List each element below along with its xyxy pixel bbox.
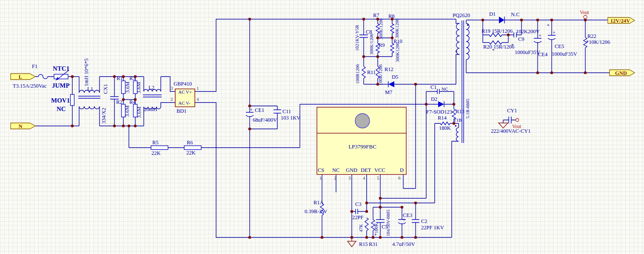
resistor-r20[interactable]: R20 15R/1206 [483, 41, 514, 50]
port-output-label: 12V/24V [610, 18, 630, 24]
asterisk-mark-3: * [547, 23, 550, 28]
bd1-pin4-number: 4 [197, 97, 199, 102]
cap-ce1[interactable]: + CE1 68uF/400V [246, 107, 277, 123]
resistor-r11[interactable]: R11 100R1206 [355, 64, 376, 84]
port-flag-output[interactable]: 12V/24V [608, 17, 635, 24]
r14-value-label: 180K [439, 125, 451, 131]
t1b-winding-label: T1B [453, 117, 462, 123]
resistor-r12[interactable]: R12 100R/1206 [376, 64, 393, 85]
bd1-pin-acplus-label: AC V+ [178, 89, 192, 94]
bd1-pin2-number: 2 [171, 97, 173, 102]
r11-ref-label: R11 [367, 69, 376, 75]
d2-ref-label: D2 [431, 96, 437, 102]
bd1-pin1-number: 1 [197, 86, 199, 91]
r3-value-label: 3.6M [136, 82, 142, 94]
r7-ref-label: R7 [373, 12, 379, 18]
ic-pin5-number: 5 [377, 175, 379, 180]
ic-pin3-number: 3 [348, 175, 351, 180]
transformer-part-label: PQ2620 [453, 12, 470, 18]
ce5-value-label: 1000uF35V [552, 51, 577, 57]
ntc1-value-label: JUMP [52, 82, 70, 89]
ntc1-ref-label: NTC1 [53, 65, 69, 72]
resistor-r14[interactable]: R14 180K [438, 115, 451, 131]
ic-pin6-number: 6 [398, 175, 401, 180]
resistor-r22[interactable]: R22 *10K/1206 [584, 33, 610, 48]
r5-ref-label: R5 [152, 140, 159, 146]
resistor-r5[interactable]: R5 22K [151, 140, 168, 156]
ce3-plus-sign: + [402, 217, 405, 223]
l2-ref-label: L2 [148, 85, 154, 91]
r12-value-label: 100R/1206 [378, 64, 383, 85]
diode-d1[interactable]: D1 N.C [489, 11, 520, 23]
controller-ic-lp3799[interactable]: LP3799FBC CS NC GND DET VCC D 1 2 3 4 5 … [317, 107, 406, 180]
bd1-pin-acminus-label: AC V- [178, 100, 191, 106]
cap-c1[interactable]: C1 NC [430, 84, 448, 94]
r13-value-label: 5.1R-0805 [465, 98, 470, 118]
r6-value-label: 22K [186, 150, 196, 156]
resistor-r8[interactable]: R8 300K1206 [388, 13, 399, 38]
choke-l2[interactable]: L2 20mH [143, 85, 162, 112]
port-flag-line[interactable]: L [11, 74, 35, 80]
r31-ref-label: R31 [369, 241, 378, 247]
ce1-value-label: 68uF/400V [253, 117, 277, 123]
c8-value-label: 1021KV-Y5R [354, 25, 359, 51]
schematic-canvas: L N F1 T3.15A/250Vac NTC1 JUMP MOV1 NC L… [0, 0, 644, 254]
l1-ref-label: L1 [87, 86, 93, 92]
port-flag-neutral[interactable]: N [11, 123, 35, 129]
fuse-rating-label: T3.15A/250Vac [13, 83, 47, 89]
r14-ref-label: R14 [438, 115, 447, 121]
bd1-ref-label: BD1 [177, 108, 187, 114]
cap-ce3[interactable]: CE3 + 4.7uF/50V [392, 212, 415, 247]
diode-d5[interactable]: D5 M7 [385, 74, 398, 95]
r11-value-label: 100R1206 [355, 64, 360, 84]
r22-ref-label: R22 [587, 33, 596, 39]
port-line-label: L [19, 74, 22, 80]
ce5-plus-sign: + [553, 30, 556, 36]
diode-d2[interactable]: D2 F7-SOD123 [426, 96, 452, 115]
l2-value-label: 20mH [144, 106, 157, 112]
mov1-ref-label: MOV1 [51, 97, 70, 104]
varistor-mov1[interactable]: MOV1 NC [51, 94, 74, 112]
r12-ref-label: R12 [385, 66, 393, 72]
ic-package-circle [355, 114, 370, 128]
r5-value-label: 22K [151, 150, 161, 156]
c2-ref-label: C2 [421, 218, 427, 224]
r2-value-label: 3.6M [124, 106, 130, 117]
schematic-sheet: L N F1 T3.15A/250Vac NTC1 JUMP MOV1 NC L… [0, 0, 644, 254]
ce3-value-label: 4.7uF/50V [392, 241, 415, 247]
resistor-r31[interactable]: *100K R31 [369, 220, 379, 247]
ic-pin-cs-label: CS [318, 167, 324, 173]
cy1-value-label: 222/400VAC-CY1 [491, 128, 531, 134]
r1-ref-label: R1 [117, 75, 123, 81]
cx1-ref-label: CX1 [103, 84, 108, 94]
r15-value-label: 47K [358, 224, 363, 232]
c3-value-label: 22PF [352, 214, 363, 220]
port-flag-ground[interactable]: GND [610, 70, 635, 76]
ic-pin-gnd-label: GND [346, 167, 357, 173]
d2-part-label: F7-SOD123 [426, 109, 452, 115]
ce1-plus-sign: + [250, 107, 253, 113]
resistor-r13[interactable]: R13 5.1R-0805 [452, 98, 470, 119]
r20-label: R20 15R/1206 [483, 44, 514, 50]
thermistor-ntc1[interactable]: NTC1 JUMP [52, 65, 70, 89]
asterisk-mark-2: * [511, 43, 514, 48]
cap-c2[interactable]: C2 22PF 1KV [412, 218, 444, 231]
cap-c3[interactable]: C3 22PF [352, 201, 363, 220]
resistor-r4[interactable]: R4 3.6M [129, 99, 142, 118]
ic-pin1-number: 1 [319, 175, 322, 180]
ce1-ref-label: CE1 [255, 107, 264, 113]
ycap-cy1[interactable]: CY1 222/400VAC-CY1 Vout [491, 108, 531, 134]
bd1-pin3-number: 3 [171, 86, 173, 91]
l1-value-label: 1mH 10*6*5 [83, 58, 89, 86]
ic-pin-det-label: DET [361, 167, 371, 173]
resistor-r3[interactable]: R3 3.6M [129, 75, 142, 94]
cap-c9[interactable]: C9 102K200V [514, 29, 540, 42]
r15-ref-label: R15 [359, 241, 368, 247]
resistor-r7[interactable]: R7 300K/1206 [373, 12, 383, 40]
resistor-r1a[interactable]: R1A 0.39R-2W [305, 200, 327, 215]
r1a-value-label: 0.39R-2W [305, 208, 327, 214]
bridge-rectifier-bd1[interactable]: GBP410 AC V+ AC V- BD1 3 2 1 4 [171, 81, 199, 114]
cap-ce5[interactable]: + CE5 1000uF35V [548, 30, 577, 57]
resistor-r6[interactable]: R6 22K [184, 140, 201, 156]
ic-pin-vcc-label: VCC [374, 167, 385, 173]
